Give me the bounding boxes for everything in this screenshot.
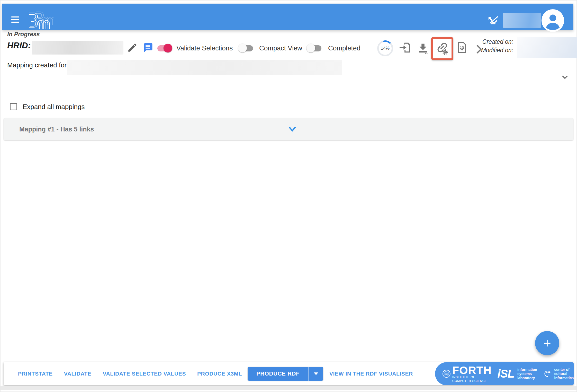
rdf-visualiser-link[interactable]: VIEW IN THE RDF VISUALISER <box>329 371 413 377</box>
compact-view-toggle[interactable] <box>239 43 254 53</box>
download-button[interactable] <box>417 42 429 54</box>
produce-rdf-button[interactable]: PRODUCE RDF <box>248 367 308 381</box>
printstate-button[interactable]: PRINTSTATE <box>18 371 53 377</box>
hand-gesture-icon[interactable] <box>488 14 499 26</box>
validate-selections-toggle[interactable] <box>157 43 172 53</box>
forth-logo-text: FORTH <box>452 365 492 375</box>
isl-caption: information systems laboratory <box>517 368 537 380</box>
add-mapping-fab[interactable]: + <box>535 331 559 355</box>
completed-toggle[interactable] <box>307 43 322 53</box>
compact-view-label: Compact View <box>259 44 302 52</box>
created-on-label: Created on: <box>455 38 513 46</box>
section-collapse-chevron-icon[interactable] <box>561 73 569 81</box>
completion-progress-ring: 14% <box>376 40 394 57</box>
dates-redacted <box>517 37 577 58</box>
highlight-box <box>431 37 453 60</box>
forth-isl-branding: FORTH INSTITUTE OF COMPUTER SCIENCE iSL … <box>435 362 574 385</box>
comment-icon[interactable] <box>142 42 153 53</box>
generate-links-button[interactable] <box>436 42 449 55</box>
import-button[interactable] <box>399 42 411 54</box>
cci-caption: center of cultural informatics <box>554 368 574 380</box>
produce-rdf-dropdown-button[interactable] <box>308 367 323 381</box>
cci-mark-icon <box>544 368 551 379</box>
produce-x3ml-button[interactable]: PRODUCE X3ML <box>197 371 242 377</box>
caret-down-icon <box>314 372 318 375</box>
validate-selected-values-button[interactable]: VALIDATE SELECTED VALUES <box>103 371 186 377</box>
app-bar <box>2 4 573 30</box>
mapping-created-for-label: Mapping created for <box>7 61 67 69</box>
expand-all-label: Expand all mappings <box>23 103 85 111</box>
hrid-label: HRID: <box>7 41 31 50</box>
status-label: In Progress <box>7 31 40 38</box>
menu-icon[interactable] <box>11 16 19 23</box>
page-bottom-strip <box>1 386 576 390</box>
modified-on-label: Modified on: <box>455 46 513 55</box>
hrid-value-redacted <box>32 41 123 55</box>
app-logo-3m <box>28 9 53 31</box>
edit-hrid-button[interactable] <box>127 42 138 53</box>
avatar[interactable] <box>542 9 564 32</box>
expand-mapping-chevron-icon[interactable] <box>288 124 297 134</box>
link-gear-icon <box>436 42 449 55</box>
expand-all-checkbox[interactable] <box>10 103 17 110</box>
meta-labels: Created on: Modified on: <box>455 38 513 55</box>
username-redacted <box>503 13 541 28</box>
mapping-title: Mapping #1 - Has 5 links <box>19 126 94 133</box>
validate-selections-label: Validate Selections <box>176 44 233 52</box>
isl-logo-text: iSL <box>497 367 514 380</box>
forth-seal-icon <box>442 368 451 380</box>
completed-label: Completed <box>328 44 360 52</box>
progress-percent: 14% <box>376 40 394 57</box>
produce-rdf-split-button: PRODUCE RDF <box>248 367 323 381</box>
mapping-panel-header[interactable]: Mapping #1 - Has 5 links <box>4 118 573 140</box>
validate-button[interactable]: VALIDATE <box>64 371 92 377</box>
forth-subtitle: INSTITUTE OF COMPUTER SCIENCE <box>452 376 492 383</box>
mapping-created-for-redacted <box>67 60 342 75</box>
